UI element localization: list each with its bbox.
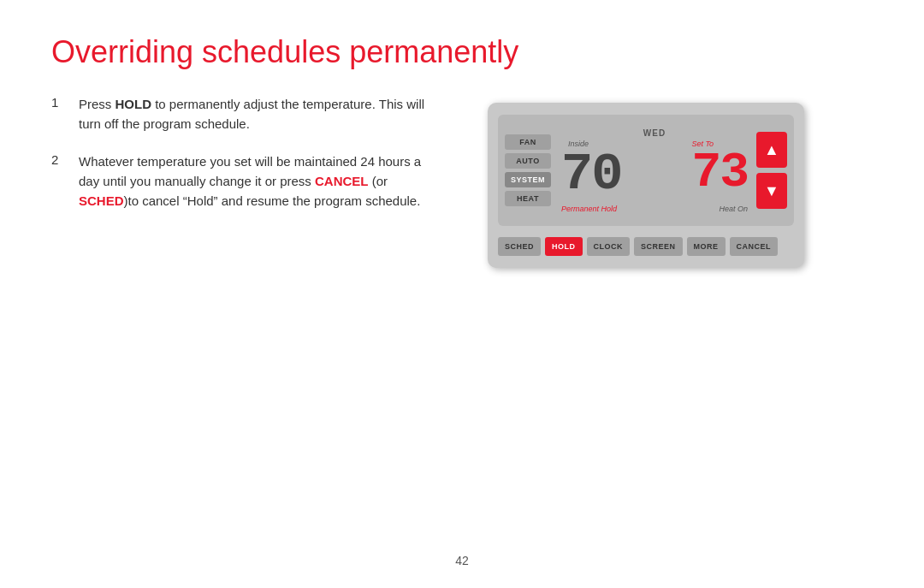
up-button[interactable]: ▲ <box>756 132 787 168</box>
step-number-2: 2 <box>51 152 65 167</box>
set-to-col: Set To 73 <box>691 140 748 198</box>
set-temp: 73 <box>691 148 748 198</box>
more-button[interactable]: MORE <box>687 237 726 256</box>
page-title: Overriding schedules permanently <box>51 34 873 70</box>
text-section: 1 Press HOLD to permanently adjust the t… <box>51 94 445 554</box>
down-arrow-icon: ▼ <box>764 182 779 200</box>
current-temp: 70 <box>561 148 691 201</box>
step-2: 2 Whatever temperature you set will be m… <box>51 151 445 211</box>
page-number: 42 <box>455 554 469 567</box>
system-button[interactable]: SYSTEM <box>505 172 551 187</box>
display-center: WED Inside 70 Set To 73 <box>558 128 751 213</box>
down-button[interactable]: ▼ <box>756 173 787 209</box>
left-buttons: FAN AUTO SYSTEM HEAT <box>505 134 551 206</box>
thermostat-section: FAN AUTO SYSTEM HEAT WED Inside 70 <box>479 94 813 554</box>
bottom-buttons: SCHED HOLD CLOCK SCREEN MORE CANCEL <box>498 235 794 256</box>
page-container: Overriding schedules permanently 1 Press… <box>0 0 924 588</box>
step-text-2: Whatever temperature you set will be mai… <box>79 151 445 211</box>
sched-button[interactable]: SCHED <box>498 237 541 256</box>
hold-button[interactable]: HOLD <box>545 237 583 256</box>
cancel-keyword: CANCEL <box>315 174 369 188</box>
right-buttons: ▲ ▼ <box>756 132 787 209</box>
up-arrow-icon: ▲ <box>764 141 779 159</box>
step-1: 1 Press HOLD to permanently adjust the t… <box>51 94 445 134</box>
thermostat: FAN AUTO SYSTEM HEAT WED Inside 70 <box>488 103 804 268</box>
hold-keyword: HOLD <box>116 97 152 111</box>
day-label: WED <box>643 128 666 138</box>
hold-row: Permanent Hold Heat On <box>558 205 751 213</box>
display-area: FAN AUTO SYSTEM HEAT WED Inside 70 <box>498 115 794 226</box>
step-text-1: Press HOLD to permanently adjust the tem… <box>79 94 445 134</box>
heat-button[interactable]: HEAT <box>505 191 551 206</box>
heat-on-label: Heat On <box>719 205 748 213</box>
auto-button[interactable]: AUTO <box>505 153 551 169</box>
screen-button[interactable]: SCREEN <box>634 237 683 256</box>
content-area: 1 Press HOLD to permanently adjust the t… <box>51 94 873 554</box>
step-number-1: 1 <box>51 95 65 110</box>
sched-keyword: SCHED <box>79 193 124 208</box>
clock-button[interactable]: CLOCK <box>587 237 631 256</box>
cancel-button[interactable]: CANCEL <box>730 237 779 256</box>
permanent-hold-label: Permanent Hold <box>561 205 617 213</box>
fan-button[interactable]: FAN <box>505 134 551 150</box>
